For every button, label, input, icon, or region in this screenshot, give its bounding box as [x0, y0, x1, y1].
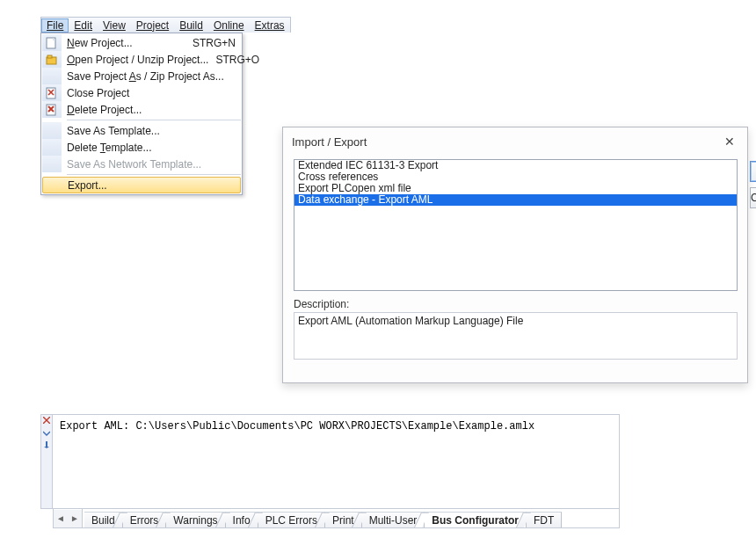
listbox-item-selected[interactable]: Data exchange - Export AML — [294, 194, 737, 206]
menu-export[interactable]: Export... — [42, 177, 241, 193]
menu-save-as-zip[interactable]: Save Project As / Zip Project As... — [42, 68, 241, 84]
export-type-listbox[interactable]: Extended IEC 61131-3 Export Cross refere… — [294, 159, 738, 291]
menu-close-project[interactable]: Close Project — [42, 84, 241, 101]
menu-save-as-zip-label: Save Project As / Zip Project As... — [67, 70, 236, 83]
menu-save-as-template-label: Save As Template... — [67, 125, 236, 137]
menu-edit[interactable]: Edit — [69, 18, 98, 33]
tab-scroll-right[interactable]: ► — [68, 510, 82, 527]
pin-panel-icon[interactable] — [43, 441, 50, 448]
description-box: Export AML (Automation Markup Language) … — [294, 312, 738, 360]
menu-delete-template-label: Delete Template... — [67, 142, 236, 154]
menu-open-project[interactable]: Open Project / Unzip Project... STRG+O — [42, 51, 241, 68]
message-line: Export AML: C:\Users\Public\Documents\PC… — [60, 420, 612, 433]
blank-icon — [43, 177, 62, 193]
menu-open-project-shortcut: STRG+O — [208, 54, 259, 66]
file-dropdown: New Project... STRG+N Open Project / Unz… — [40, 33, 243, 195]
collapse-panel-icon[interactable] — [43, 429, 50, 436]
import-export-dialog: Import / Export ✕ Extended IEC 61131-3 E… — [282, 127, 748, 383]
dialog-left: Extended IEC 61131-3 Export Cross refere… — [294, 159, 738, 360]
menu-save-as-template[interactable]: Save As Template... — [42, 122, 241, 139]
open-project-icon — [42, 51, 62, 68]
message-window-sidebar: Message Window — [40, 414, 53, 509]
dialog-title: Import / Export — [292, 135, 367, 149]
message-window-tabstrip: ◄ ► Build Errors Warnings Info PLC Error… — [53, 509, 620, 528]
menu-project[interactable]: Project — [131, 18, 174, 33]
dialog-titlebar: Import / Export ✕ — [283, 127, 747, 156]
new-project-icon — [42, 34, 62, 51]
menu-save-as-network-template-label: Save As Network Template... — [67, 158, 236, 171]
blank-icon — [42, 156, 62, 172]
blank-icon — [42, 68, 62, 84]
dialog-body: Extended IEC 61131-3 Export Cross refere… — [283, 156, 747, 368]
tabstrip: Build Errors Warnings Info PLC Errors Pr… — [83, 509, 563, 527]
menu-view[interactable]: View — [98, 18, 131, 33]
menu-new-project[interactable]: New Project... STRG+N — [42, 34, 241, 51]
blank-icon — [42, 122, 62, 139]
cancel-button[interactable]: Cancel — [750, 187, 756, 208]
tab-scroll: ◄ ► — [54, 509, 83, 527]
menubar: File Edit View Project Build Online Extr… — [40, 17, 291, 33]
menu-open-project-label: Open Project / Unzip Project... — [67, 54, 208, 66]
description-label: Description: — [294, 298, 738, 310]
dialog-buttons: OK Cancel — [750, 159, 756, 360]
menu-extras[interactable]: Extras — [250, 18, 290, 33]
delete-project-icon — [42, 101, 62, 118]
svg-rect-2 — [47, 55, 52, 58]
menu-delete-project-label: Delete Project... — [67, 104, 236, 116]
svg-rect-5 — [46, 441, 47, 447]
menu-new-project-shortcut: STRG+N — [185, 37, 236, 49]
ok-button[interactable]: OK — [750, 161, 756, 182]
close-panel-icon[interactable] — [43, 417, 50, 424]
menu-new-project-label: New Project... — [67, 37, 185, 49]
menu-save-as-network-template[interactable]: Save As Network Template... — [42, 156, 241, 172]
tab-fdt[interactable]: FDT — [527, 512, 562, 527]
close-icon[interactable]: ✕ — [721, 135, 738, 149]
menu-delete-template[interactable]: Delete Template... — [42, 139, 241, 156]
tab-scroll-left[interactable]: ◄ — [54, 510, 68, 527]
menu-file[interactable]: File — [41, 18, 69, 33]
menu-separator — [67, 120, 241, 120]
menu-close-project-label: Close Project — [67, 87, 236, 99]
blank-icon — [42, 139, 62, 156]
message-window-body: Export AML: C:\Users\Public\Documents\PC… — [53, 414, 620, 509]
menu-export-label: Export... — [68, 179, 235, 192]
close-project-icon — [42, 84, 62, 101]
message-window: Message Window Export AML: C:\Users\Publ… — [40, 414, 620, 528]
menu-separator — [67, 174, 241, 175]
tab-bus-configurator[interactable]: Bus Configurator — [425, 512, 527, 527]
menu-online[interactable]: Online — [208, 18, 250, 33]
menu-delete-project[interactable]: Delete Project... — [42, 101, 241, 118]
menu-build[interactable]: Build — [174, 18, 208, 33]
